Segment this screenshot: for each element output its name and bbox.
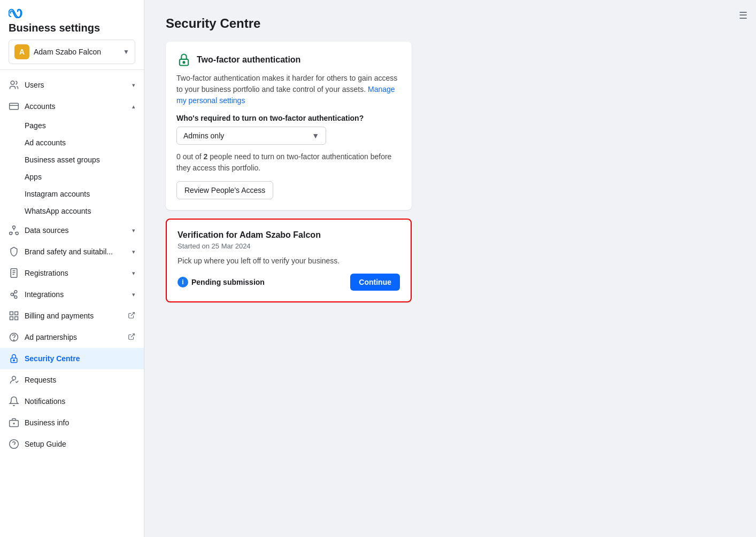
sidebar-item-setup-guide-label: Setup Guide: [25, 440, 135, 448]
verification-title: Verification for Adam Szabo Falcon: [178, 230, 400, 240]
sidebar-item-ad-partnerships[interactable]: Ad partnerships: [0, 326, 144, 348]
account-name: Adam Szabo Falcon: [34, 48, 119, 56]
two-factor-card-header: Two-factor authentication: [176, 52, 401, 67]
sidebar-item-data-sources-label: Data sources: [25, 226, 127, 235]
sidebar: ☰ Business settings A Adam Szabo Falcon …: [0, 0, 144, 537]
sidebar-sub-ad-accounts-label: Ad accounts: [25, 138, 66, 147]
sidebar-item-ad-partnerships-label: Ad partnerships: [25, 333, 122, 341]
sidebar-item-users[interactable]: Users ▾: [0, 74, 144, 96]
svg-rect-9: [10, 312, 13, 315]
svg-point-26: [183, 61, 184, 63]
sidebar-item-security-centre-label: Security Centre: [25, 354, 135, 363]
sidebar-sub-instagram-accounts-label: Instagram accounts: [25, 190, 90, 198]
sidebar-item-integrations-label: Integrations: [25, 290, 127, 299]
sidebar-item-registrations[interactable]: Registrations ▾: [0, 262, 144, 284]
setup-guide-icon: [9, 439, 19, 449]
svg-rect-11: [10, 317, 13, 320]
verification-description: Pick up where you left off to verify you…: [178, 256, 400, 265]
sidebar-sub-business-asset-groups-label: Business asset groups: [25, 155, 100, 164]
verification-footer: i Pending submission Continue: [178, 274, 400, 291]
svg-point-18: [13, 360, 15, 361]
svg-line-13: [131, 313, 134, 316]
sidebar-item-notifications[interactable]: Notifications: [0, 391, 144, 412]
svg-point-6: [11, 293, 13, 296]
sidebar-sub-apps[interactable]: Apps: [0, 168, 144, 185]
accounts-icon: [9, 101, 19, 112]
brand-safety-icon: [9, 246, 19, 257]
sidebar-item-billing[interactable]: Billing and payments: [0, 305, 144, 326]
two-factor-description: Two-factor authentication makes it harde…: [176, 73, 401, 106]
svg-rect-5: [11, 269, 17, 278]
svg-rect-1: [10, 103, 19, 110]
notifications-icon: [9, 396, 19, 407]
sidebar-sub-pages[interactable]: Pages: [0, 117, 144, 134]
ad-partnerships-icon: [9, 332, 19, 343]
sidebar-item-integrations[interactable]: Integrations ▾: [0, 284, 144, 305]
svg-line-16: [131, 334, 134, 337]
sidebar-item-brand-safety[interactable]: Brand safety and suitabil... ▾: [0, 241, 144, 262]
dropdown-chevron-icon: ▼: [312, 131, 319, 140]
registrations-icon: [9, 268, 19, 278]
accounts-chevron-icon: ▴: [132, 103, 135, 110]
svg-point-0: [11, 81, 14, 85]
sidebar-sub-whatsapp-accounts[interactable]: WhatsApp accounts: [0, 203, 144, 220]
account-avatar: A: [14, 44, 29, 59]
two-factor-lock-icon: [176, 52, 191, 67]
sidebar-item-data-sources[interactable]: Data sources ▾: [0, 220, 144, 241]
svg-point-4: [16, 232, 18, 235]
verification-status-label: Pending submission: [191, 278, 265, 286]
main-content: Security Centre Two-factor authenticatio…: [144, 0, 756, 537]
sidebar-item-registrations-label: Registrations: [25, 269, 127, 277]
security-icon: [9, 353, 19, 364]
sidebar-item-business-info[interactable]: Business info: [0, 412, 144, 433]
sidebar-sub-business-asset-groups[interactable]: Business asset groups: [0, 151, 144, 168]
verification-date: Started on 25 Mar 2024: [178, 242, 400, 250]
account-selector[interactable]: A Adam Szabo Falcon ▼: [9, 40, 135, 64]
business-info-icon: [9, 417, 19, 428]
sidebar-item-accounts-label: Accounts: [25, 102, 127, 111]
svg-point-3: [10, 232, 12, 235]
meta-logo: [9, 7, 35, 18]
users-icon: [9, 80, 19, 90]
sidebar-sub-instagram-accounts[interactable]: Instagram accounts: [0, 185, 144, 203]
sidebar-item-business-info-label: Business info: [25, 418, 135, 427]
sidebar-sub-pages-label: Pages: [25, 121, 46, 130]
svg-point-23: [10, 440, 19, 449]
svg-point-8: [14, 296, 17, 299]
review-peoples-access-button[interactable]: Review People's Access: [176, 181, 273, 199]
two-factor-info: 0 out of 2 people need to turn on two-fa…: [176, 151, 401, 174]
svg-point-15: [13, 340, 14, 340]
sidebar-item-security-centre[interactable]: Security Centre: [0, 348, 144, 369]
sidebar-item-accounts[interactable]: Accounts ▴: [0, 96, 144, 117]
sidebar-item-setup-guide[interactable]: Setup Guide: [0, 433, 144, 455]
two-factor-card: Two-factor authentication Two-factor aut…: [166, 42, 412, 210]
data-sources-icon: [9, 225, 19, 236]
users-chevron-icon: ▾: [132, 82, 135, 89]
verification-card: Verification for Adam Szabo Falcon Start…: [166, 219, 412, 302]
sidebar-item-users-label: Users: [25, 81, 127, 89]
account-chevron-icon: ▼: [123, 48, 129, 56]
two-factor-question: Who's required to turn on two-factor aut…: [176, 114, 401, 122]
ad-partnerships-external-icon: [128, 333, 135, 341]
continue-button[interactable]: Continue: [350, 274, 400, 291]
data-sources-chevron-icon: ▾: [132, 227, 135, 234]
svg-point-2: [13, 226, 16, 229]
sidebar-sub-whatsapp-accounts-label: WhatsApp accounts: [25, 207, 91, 215]
app-title: Business settings: [9, 21, 135, 34]
sidebar-header: ☰ Business settings A Adam Szabo Falcon …: [0, 0, 144, 70]
requests-icon: [9, 375, 19, 385]
nav-section: Users ▾ Accounts ▴ Pages Ad accounts Bus…: [0, 70, 144, 459]
two-factor-dropdown-value: Admins only: [183, 131, 224, 140]
billing-icon: [9, 310, 19, 321]
svg-point-19: [12, 376, 16, 380]
page-title: Security Centre: [166, 16, 735, 31]
svg-rect-12: [15, 317, 18, 320]
sidebar-sub-apps-label: Apps: [25, 173, 42, 181]
two-factor-dropdown[interactable]: Admins only ▼: [176, 127, 326, 145]
sidebar-item-brand-safety-label: Brand safety and suitabil...: [25, 247, 127, 256]
sidebar-item-billing-label: Billing and payments: [25, 312, 122, 320]
meta-logo-icon: [9, 7, 35, 18]
sidebar-sub-ad-accounts[interactable]: Ad accounts: [0, 134, 144, 151]
sidebar-item-requests[interactable]: Requests: [0, 369, 144, 391]
integrations-chevron-icon: ▾: [132, 291, 135, 298]
